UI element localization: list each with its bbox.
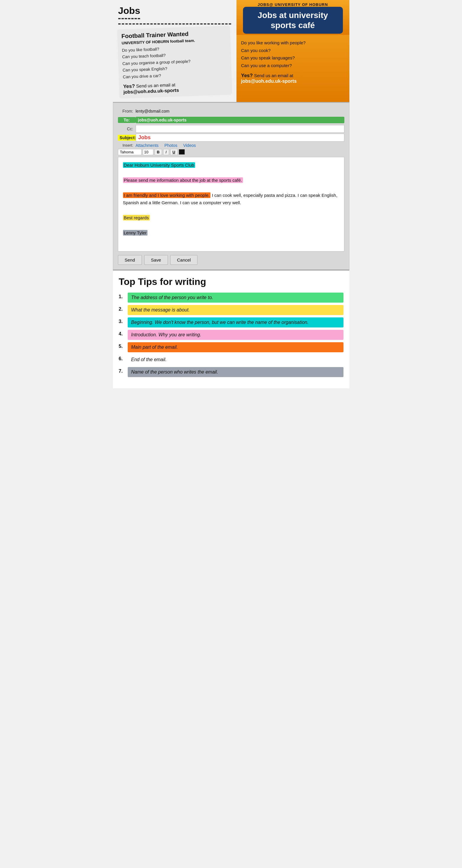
cc-row: Cc:	[118, 125, 344, 133]
from-value: lenty@dsmail.com	[136, 109, 344, 114]
right-ad-header: JOBS@ UNIVERSITY OF HOBURN Jobs at unive…	[237, 0, 349, 35]
tip-text-4: Introduction. Why you are writing.	[128, 330, 343, 340]
right-question-2: Can you cook?	[241, 47, 345, 54]
greeting-highlight: Dear Hoburn University Sports Club	[123, 162, 195, 168]
font-size-selector[interactable]	[143, 149, 153, 155]
tip-number-3: 3.	[119, 317, 128, 324]
name-highlight: Lenny Tyler	[123, 230, 148, 236]
cc-label: Cc:	[118, 126, 136, 131]
email-name: Lenny Tyler	[123, 229, 339, 237]
insert-row: Insert: Attachments Photos Videos	[118, 143, 344, 148]
tip-number-2: 2.	[119, 305, 128, 312]
tip-text-6: End of the email.	[128, 355, 343, 365]
email-intro: I am friendly and I love working with pe…	[123, 191, 339, 207]
tip-text-1: The address of the person you write to.	[128, 292, 343, 303]
subject-value[interactable]: Jobs	[136, 133, 344, 142]
left-send-text: Send us an email at	[136, 82, 175, 89]
cc-input[interactable]	[136, 125, 344, 133]
tip-number-5: 5.	[119, 342, 128, 349]
tip-item-7: 7. Name of the person who writes the ema…	[119, 367, 343, 377]
tip-text-2: What the message is about.	[128, 305, 343, 315]
tip-item-5: 5. Main part of the email.	[119, 342, 343, 352]
tip-item-6: 6. End of the email.	[119, 355, 343, 365]
to-row: To:	[118, 116, 344, 124]
to-input[interactable]	[136, 117, 344, 123]
tip-text-5: Main part of the email.	[128, 342, 343, 352]
left-yes-bold: Yes?	[123, 83, 135, 89]
email-request: Please send me information about the job…	[123, 177, 339, 184]
attachments-link[interactable]: Attachments	[136, 143, 159, 148]
tip-text-7: Name of the person who writes the email.	[128, 367, 343, 377]
from-row: From: lenty@dsmail.com	[118, 107, 344, 115]
right-ad-title: Jobs at university sports café	[248, 10, 338, 30]
right-email: jobs@uoh.edu.uk-sports	[241, 79, 297, 84]
from-label: From:	[118, 109, 136, 114]
tips-list: 1. The address of the person you write t…	[119, 292, 343, 377]
right-yes-section: Yes? Send us an email at jobs@uoh.edu.uk…	[241, 73, 345, 84]
top-ads-section: Jobs Football Trainer Wanted UNIVERSITY …	[113, 0, 349, 102]
tips-section: Top Tips for writing 1. The address of t…	[113, 270, 349, 388]
jobs-at-top-label: JOBS@ UNIVERSITY OF HOBURN	[240, 2, 346, 7]
underline-button[interactable]: U	[170, 149, 178, 155]
right-question-1: Do you like working with people?	[241, 39, 345, 47]
signoff-highlight: Best regards	[123, 215, 150, 220]
email-body[interactable]: Dear Hoburn University Sports Club Pleas…	[118, 157, 344, 251]
tip-number-4: 4.	[119, 330, 128, 337]
insert-label: Insert:	[118, 143, 136, 148]
send-button[interactable]: Send	[118, 255, 142, 265]
tip-item-1: 1. The address of the person you write t…	[119, 292, 343, 303]
save-button[interactable]: Save	[144, 255, 168, 265]
email-composer: From: lenty@dsmail.com To: Cc: Subject: …	[113, 102, 349, 270]
tip-number-6: 6.	[119, 355, 128, 362]
email-signoff: Best regards	[123, 214, 339, 222]
right-question-3: Can you speak languages?	[241, 54, 345, 62]
subject-label: Subject:	[118, 135, 136, 141]
tip-number-7: 7.	[119, 367, 128, 374]
font-selector[interactable]	[118, 149, 142, 155]
right-yes-bold: Yes?	[241, 73, 253, 78]
tip-number-1: 1.	[119, 292, 128, 299]
color-picker[interactable]	[179, 149, 185, 155]
right-ad-title-box: Jobs at university sports café	[243, 7, 343, 34]
photos-link[interactable]: Photos	[164, 143, 177, 148]
left-job-ad: Jobs Football Trainer Wanted UNIVERSITY …	[113, 0, 237, 102]
toolbar-row: B I U	[118, 149, 344, 155]
intro-highlight: I am friendly and I love working with pe…	[123, 192, 211, 198]
tip-item-3: 3. Beginning. We don't know the person, …	[119, 317, 343, 328]
tip-item-2: 2. What the message is about.	[119, 305, 343, 315]
right-job-ad: JOBS@ UNIVERSITY OF HOBURN Jobs at unive…	[237, 0, 349, 102]
left-ad-card: Football Trainer Wanted UNIVERSITY OF HO…	[117, 25, 232, 98]
tips-title: Top Tips for writing	[119, 276, 343, 287]
left-yes-section: Yes? Send us an email at jobs@uoh.edu.uk…	[123, 80, 228, 95]
to-label: To:	[118, 117, 136, 123]
right-question-4: Can you use a computer?	[241, 62, 345, 69]
italic-button[interactable]: I	[163, 149, 169, 155]
email-greeting: Dear Hoburn University Sports Club	[123, 161, 339, 169]
right-ad-body: Do you like working with people? Can you…	[237, 35, 349, 102]
bold-button[interactable]: B	[155, 149, 162, 155]
request-highlight: Please send me information about the job…	[123, 177, 243, 183]
email-actions: Send Save Cancel	[118, 255, 344, 265]
videos-link[interactable]: Videos	[183, 143, 196, 148]
right-send-text: Send us an email at	[254, 73, 293, 78]
tip-item-4: 4. Introduction. Why you are writing.	[119, 330, 343, 340]
jobs-logo: Jobs	[118, 5, 141, 19]
cancel-button[interactable]: Cancel	[170, 255, 198, 265]
subject-row: Subject: Jobs	[118, 133, 344, 142]
tip-text-3: Beginning. We don't know the person, but…	[128, 317, 343, 328]
